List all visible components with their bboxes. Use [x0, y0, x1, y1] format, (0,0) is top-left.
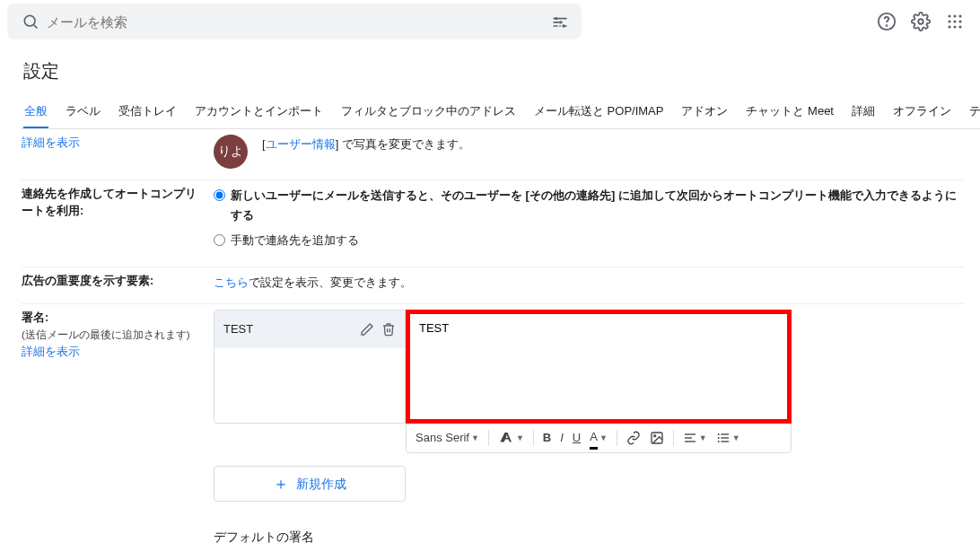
tab-offline[interactable]: オフライン — [892, 94, 952, 128]
signature-item[interactable]: TEST — [214, 310, 405, 348]
align-button[interactable]: ▼ — [679, 429, 711, 447]
signature-row: 署名: (送信メールの最後に追加されます) 詳細を表示 TEST — [22, 304, 964, 551]
signature-item-name: TEST — [223, 319, 353, 339]
svg-point-6 — [887, 25, 888, 26]
svg-point-14 — [948, 25, 950, 28]
profile-change-text: [ユーザー情報] で写真を変更できます。 — [262, 135, 470, 154]
profile-photo-row: 詳細を表示 りよ [ユーザー情報] で写真を変更できます。 — [22, 129, 964, 180]
pencil-icon[interactable] — [360, 322, 374, 337]
plus-icon: ＋ — [273, 470, 289, 498]
signature-editor-highlight — [406, 310, 792, 424]
svg-rect-27 — [721, 442, 729, 442]
svg-point-10 — [958, 14, 961, 17]
svg-rect-25 — [721, 434, 729, 435]
svg-point-8 — [948, 14, 950, 17]
svg-point-3 — [559, 21, 562, 23]
svg-point-11 — [948, 20, 950, 22]
autocomplete-opt2-text: 手動で連絡先を追加する — [231, 231, 359, 250]
autocomplete-radio-auto[interactable] — [214, 189, 225, 201]
tab-inbox[interactable]: 受信トレイ — [118, 94, 178, 128]
avatar[interactable]: りよ — [214, 135, 248, 169]
text-color-button[interactable]: A ▼ — [586, 425, 611, 451]
font-size-select[interactable]: ▼ — [494, 428, 528, 448]
signature-toolbar: Sans Serif ▼ ▼ B I U A ▼ ▼ — [406, 423, 792, 453]
svg-rect-26 — [721, 438, 729, 439]
autocomplete-row: 連絡先を作成してオートコンプリートを利用: 新しいユーザーにメールを送信すると、… — [22, 180, 964, 267]
help-icon[interactable] — [876, 11, 897, 32]
tab-addons[interactable]: アドオン — [680, 94, 729, 128]
svg-point-24 — [717, 441, 719, 442]
svg-point-22 — [717, 433, 719, 435]
default-signature-section: デフォルトの署名 新規メール用 署名なし 返信 / 転送用 — [214, 527, 964, 551]
svg-point-16 — [958, 25, 961, 28]
settings-body[interactable]: 詳細を表示 りよ [ユーザー情報] で写真を変更できます。 連絡先を作成してオー… — [22, 129, 980, 551]
svg-line-1 — [34, 25, 38, 29]
top-bar — [0, 0, 980, 43]
signature-learn-more-link[interactable]: 詳細を表示 — [22, 345, 80, 358]
tab-forwarding[interactable]: メール転送と POP/IMAP — [533, 94, 664, 128]
tab-chat[interactable]: チャットと Meet — [745, 94, 835, 128]
svg-point-7 — [918, 19, 923, 24]
autocomplete-radio-manual[interactable] — [214, 234, 225, 246]
tab-themes[interactable]: テーマ — [968, 94, 980, 128]
bracket-close-text: ] で写真を変更できます。 — [336, 137, 470, 151]
svg-point-12 — [953, 20, 956, 22]
svg-rect-20 — [685, 438, 692, 439]
tab-general[interactable]: 全般 — [23, 94, 48, 128]
new-signature-button[interactable]: ＋ 新規作成 — [214, 466, 406, 502]
signature-list: TEST — [214, 310, 406, 424]
tab-filters[interactable]: フィルタとブロック中のアドレス — [340, 94, 517, 128]
settings-tabs: 全般 ラベル 受信トレイ アカウントとインポート フィルタとブロック中のアドレス… — [22, 94, 980, 129]
signature-sub: (送信メールの最後に追加されます) — [22, 329, 190, 340]
bold-button[interactable]: B — [539, 426, 555, 450]
trash-icon[interactable] — [381, 322, 396, 337]
svg-point-23 — [717, 437, 719, 439]
signature-editor[interactable] — [410, 314, 787, 413]
tab-accounts[interactable]: アカウントとインポート — [194, 94, 324, 128]
svg-point-18 — [653, 435, 655, 437]
svg-point-9 — [953, 14, 956, 17]
page-title: 設定 — [22, 43, 980, 94]
autocomplete-opt1-text: 新しいユーザーにメールを送信すると、そのユーザーを [その他の連絡先] に追加し… — [231, 186, 964, 225]
svg-point-13 — [958, 20, 961, 22]
search-box[interactable] — [7, 4, 582, 39]
search-icon — [22, 13, 39, 31]
list-button[interactable]: ▼ — [713, 429, 744, 447]
default-signature-title: デフォルトの署名 — [214, 527, 964, 548]
image-button[interactable] — [646, 429, 668, 447]
svg-point-4 — [563, 24, 565, 27]
svg-point-2 — [555, 17, 557, 20]
tab-advanced[interactable]: 詳細 — [851, 94, 876, 128]
top-right-controls — [876, 11, 966, 32]
ads-link[interactable]: こちら — [214, 276, 249, 289]
ads-row: 広告の重要度を示す要素: こちらで設定を表示、変更できます。 — [22, 267, 964, 304]
new-signature-label: 新規作成 — [296, 474, 346, 495]
underline-button[interactable]: U — [569, 426, 584, 450]
signature-label: 署名: — [22, 311, 48, 324]
apps-icon[interactable] — [944, 11, 966, 32]
svg-rect-19 — [685, 434, 696, 435]
user-info-link[interactable]: ユーザー情報 — [266, 137, 336, 151]
svg-rect-21 — [685, 442, 696, 442]
svg-point-15 — [953, 25, 956, 28]
ads-text: で設定を表示、変更できます。 — [249, 276, 412, 289]
gear-icon[interactable] — [910, 11, 932, 32]
svg-point-0 — [24, 15, 35, 26]
link-button[interactable] — [623, 429, 644, 447]
search-input[interactable] — [47, 14, 551, 30]
italic-button[interactable]: I — [556, 426, 567, 450]
signature-editor-area: TEST — [214, 310, 964, 424]
tab-labels[interactable]: ラベル — [65, 94, 101, 128]
tune-icon[interactable] — [551, 13, 569, 31]
ads-label: 広告の重要度を示す要素: — [22, 273, 214, 293]
autocomplete-label: 連絡先を作成してオートコンプリートを利用: — [22, 186, 214, 256]
font-family-select[interactable]: Sans Serif ▼ — [412, 428, 483, 448]
profile-learn-more-link[interactable]: 詳細を表示 — [22, 136, 80, 149]
font-family-label: Sans Serif — [416, 428, 469, 448]
